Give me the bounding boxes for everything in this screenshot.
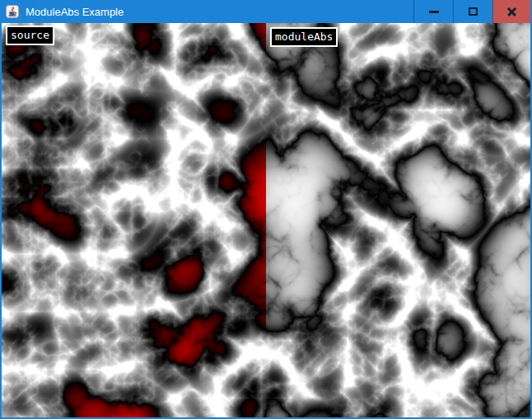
titlebar[interactable]: ModuleAbs Example xyxy=(0,0,532,23)
minimize-button[interactable] xyxy=(413,0,453,23)
noise-canvas xyxy=(2,23,530,417)
render-area: source moduleAbs xyxy=(2,23,530,417)
source-panel-label: source xyxy=(6,26,54,45)
maximize-button[interactable] xyxy=(453,0,492,23)
app-window: ModuleAbs Example source moduleAbs xyxy=(0,0,532,419)
moduleabs-panel-label: moduleAbs xyxy=(270,27,338,47)
window-controls xyxy=(413,0,532,23)
window-title: ModuleAbs Example xyxy=(26,6,124,18)
close-icon xyxy=(506,7,517,17)
close-button[interactable] xyxy=(492,0,530,23)
minimize-icon xyxy=(429,11,439,13)
maximize-icon xyxy=(469,7,478,16)
java-icon xyxy=(6,5,19,18)
